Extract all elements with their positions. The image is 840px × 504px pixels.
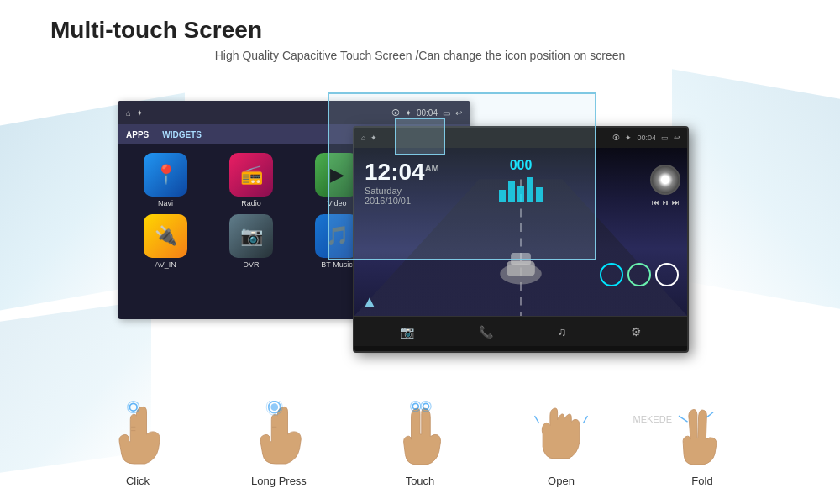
svg-line-20 bbox=[706, 412, 713, 417]
btmusic-label: BT Music bbox=[321, 260, 352, 269]
next-icon[interactable]: ⏭ bbox=[672, 198, 680, 207]
camera-icon[interactable]: 📷 bbox=[400, 325, 414, 339]
gesture-long-press: Long Press bbox=[249, 401, 308, 487]
settings-icon[interactable]: ⚙ bbox=[631, 325, 642, 339]
music-disc bbox=[650, 165, 680, 195]
dvr-label: DVR bbox=[243, 260, 259, 269]
circle-cyan bbox=[600, 263, 623, 286]
circle-white bbox=[655, 263, 679, 286]
phone-icon[interactable]: 📞 bbox=[479, 325, 493, 339]
svg-point-10 bbox=[270, 403, 278, 411]
app-navi[interactable]: 📍 Navi bbox=[126, 153, 205, 207]
front-battery: ▭ bbox=[661, 134, 669, 142]
music-controls: ⏮ ⏯ ⏭ bbox=[650, 165, 680, 207]
music-buttons: ⏮ ⏯ ⏭ bbox=[652, 198, 680, 207]
front-back[interactable]: ↩ bbox=[674, 134, 680, 142]
open-label: Open bbox=[548, 475, 575, 487]
wifi-icon: ✦ bbox=[136, 108, 143, 118]
front-bottombar: 📷 📞 ♫ ⚙ bbox=[354, 316, 687, 346]
open-hand-icon bbox=[532, 401, 591, 468]
navi-icon-img: 📍 bbox=[144, 153, 187, 197]
front-time: 00:04 bbox=[637, 134, 656, 142]
circles-area bbox=[600, 263, 679, 286]
subtitle: High Quality Capacitive Touch Screen /Ca… bbox=[50, 49, 790, 62]
svg-point-7 bbox=[129, 403, 137, 411]
fold-hand-icon bbox=[673, 401, 732, 468]
touch-hand-icon bbox=[391, 401, 449, 468]
svg-line-17 bbox=[535, 416, 539, 423]
page-title: Multi-touch Screen bbox=[50, 17, 790, 44]
radio-icon-img: 📻 bbox=[229, 153, 273, 197]
page-container: Multi-touch Screen High Quality Capaciti… bbox=[0, 0, 840, 504]
front-signal: ✦ bbox=[625, 134, 632, 142]
svg-line-18 bbox=[583, 416, 587, 423]
app-dvr[interactable]: 📷 DVR bbox=[212, 214, 291, 269]
gesture-click: Click bbox=[108, 401, 167, 487]
app-radio[interactable]: 📻 Radio bbox=[212, 153, 291, 207]
click-label: Click bbox=[126, 475, 150, 487]
touch-overlay bbox=[328, 92, 596, 260]
header: Multi-touch Screen High Quality Capaciti… bbox=[0, 0, 840, 75]
gesture-open: Open bbox=[532, 401, 591, 487]
play-pause-icon[interactable]: ⏯ bbox=[662, 198, 669, 207]
tab-widgets[interactable]: WIDGETS bbox=[162, 130, 202, 139]
topbar-left-icons: ⌂ ✦ bbox=[126, 108, 143, 118]
screens-area: ⌂ ✦ ⦿ ✦ 00:04 ▭ ↩ APPS WIDGETS 📍 Navi bbox=[118, 92, 722, 361]
gesture-touch: Touch bbox=[391, 401, 449, 487]
long-press-label: Long Press bbox=[251, 475, 307, 487]
app-avin[interactable]: 🔌 AV_IN bbox=[126, 214, 205, 269]
click-hand-icon bbox=[108, 401, 167, 468]
touch-overlay-small bbox=[395, 118, 445, 155]
fold-label: Fold bbox=[691, 475, 712, 487]
watermark: MEKEDE bbox=[633, 414, 672, 424]
music-icon[interactable]: ♫ bbox=[558, 325, 567, 339]
dvr-icon-img: 📷 bbox=[229, 214, 273, 258]
circle-green bbox=[627, 263, 651, 286]
front-bt-icon: ⦿ bbox=[612, 134, 620, 142]
radio-label: Radio bbox=[241, 199, 261, 207]
navi-label: Navi bbox=[158, 199, 173, 207]
prev-icon[interactable]: ⏮ bbox=[652, 198, 659, 207]
touch-label: Touch bbox=[406, 475, 435, 487]
svg-line-19 bbox=[679, 416, 688, 422]
home-icon: ⌂ bbox=[126, 108, 131, 118]
long-press-hand-icon bbox=[249, 401, 308, 468]
gesture-fold: Fold bbox=[673, 401, 732, 487]
avin-label: AV_IN bbox=[155, 260, 176, 269]
avin-icon-img: 🔌 bbox=[144, 214, 187, 258]
tab-apps[interactable]: APPS bbox=[126, 130, 149, 139]
nav-arrow-icon: ▲ bbox=[361, 292, 378, 312]
